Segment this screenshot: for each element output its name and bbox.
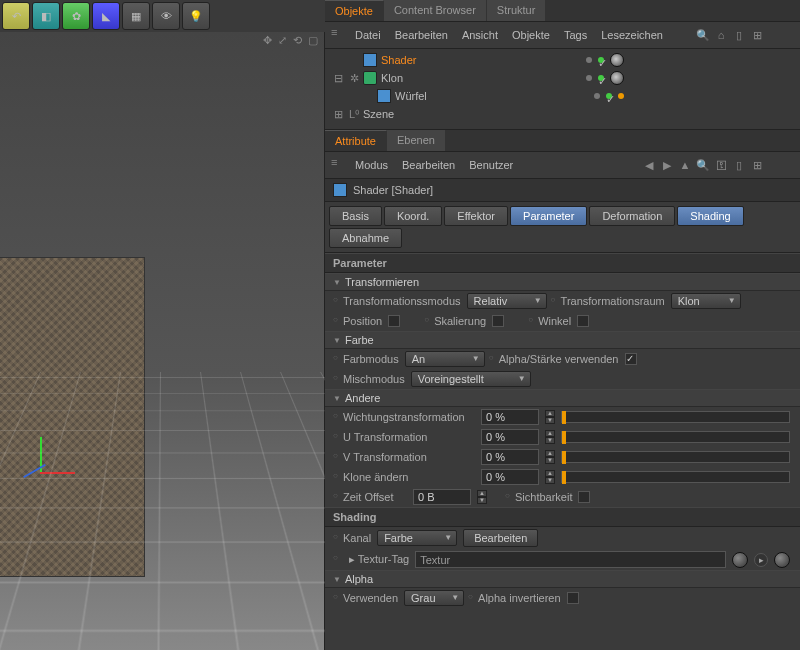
v-transform-input[interactable] [481, 449, 539, 465]
viewport-dolly-icon[interactable]: ⤢ [278, 34, 290, 46]
subheader-other[interactable]: Andere [325, 389, 800, 407]
ptab-koord[interactable]: Koord. [384, 206, 442, 226]
transform-mode-dropdown[interactable]: Relativ [467, 293, 547, 309]
objects-home-icon[interactable]: ⌂ [714, 28, 728, 42]
tab-structure[interactable]: Struktur [487, 0, 547, 21]
enable-dot[interactable]: ✓ [606, 93, 612, 99]
tab-layers[interactable]: Ebenen [387, 130, 446, 151]
texture-tag-input[interactable] [415, 551, 726, 568]
visibility-checkbox[interactable] [578, 491, 590, 503]
tab-attribute[interactable]: Attribute [325, 130, 387, 151]
v-spinner[interactable]: ▲▼ [545, 450, 555, 464]
ptab-basis[interactable]: Basis [329, 206, 382, 226]
cube-poly-tool-button[interactable]: ◧ [32, 2, 60, 30]
texture-menu-button[interactable] [774, 552, 790, 568]
tree-label[interactable]: Klon [381, 72, 403, 84]
transform-space-dropdown[interactable]: Klon [671, 293, 741, 309]
ptab-parameter[interactable]: Parameter [510, 206, 587, 226]
enable-dot[interactable]: ✓ [598, 57, 604, 63]
attr-fwd-icon[interactable]: ▶ [660, 158, 674, 172]
tab-content-browser[interactable]: Content Browser [384, 0, 487, 21]
material-tag[interactable] [610, 53, 624, 67]
attr-expand-icon[interactable]: ⊞ [750, 158, 764, 172]
deformer-tool-button[interactable]: ✿ [62, 2, 90, 30]
attribute-menu-mode[interactable]: Modus [355, 159, 388, 171]
viewport-orbit-icon[interactable]: ⟲ [293, 34, 305, 46]
wedge-tool-button[interactable]: ◣ [92, 2, 120, 30]
tree-row-klon[interactable]: ⊟ ✲ Klon ✓ [331, 69, 794, 87]
tree-label[interactable]: Shader [381, 54, 416, 66]
undo-tool-button[interactable]: ↶ [2, 2, 30, 30]
tree-row-wuerfel[interactable]: Würfel ✓ [331, 87, 794, 105]
layer-dot[interactable] [586, 75, 592, 81]
binoculars-tool-button[interactable]: 👁 [152, 2, 180, 30]
material-tag[interactable] [610, 71, 624, 85]
time-offset-input[interactable] [413, 489, 471, 505]
attr-lock-icon[interactable]: ⚿ [714, 158, 728, 172]
phong-tag[interactable] [618, 93, 624, 99]
tree-sub-toggle[interactable]: ✲ [349, 72, 359, 85]
tree-label[interactable]: Szene [363, 108, 394, 120]
light-tool-button[interactable]: 💡 [182, 2, 210, 30]
clone-spinner[interactable]: ▲▼ [545, 470, 555, 484]
attribute-panel-options-icon[interactable]: ≡ [331, 156, 337, 168]
viewport-maximize-icon[interactable]: ▢ [308, 34, 320, 46]
objects-menu-tags[interactable]: Tags [564, 29, 587, 41]
ptab-abnahme[interactable]: Abnahme [329, 228, 402, 248]
clone-change-slider[interactable] [561, 471, 790, 483]
edit-shader-button[interactable]: Bearbeiten [463, 529, 538, 547]
attr-view-icon[interactable]: ▯ [732, 158, 746, 172]
time-spinner[interactable]: ▲▼ [477, 490, 487, 504]
u-transform-input[interactable] [481, 429, 539, 445]
tree-toggle[interactable]: ⊞ [331, 108, 345, 121]
alpha-invert-checkbox[interactable] [567, 592, 579, 604]
attribute-menu-edit[interactable]: Bearbeiten [402, 159, 455, 171]
objects-view-icon[interactable]: ▯ [732, 28, 746, 42]
attr-search-icon[interactable]: 🔍 [696, 158, 710, 172]
v-transform-slider[interactable] [561, 451, 790, 463]
u-transform-slider[interactable] [561, 431, 790, 443]
weight-spinner[interactable]: ▲▼ [545, 410, 555, 424]
texture-picker-button[interactable] [732, 552, 748, 568]
weight-slider[interactable] [561, 411, 790, 423]
ptab-deformation[interactable]: Deformation [589, 206, 675, 226]
enable-dot[interactable]: ✓ [598, 75, 604, 81]
layer-dot[interactable] [586, 57, 592, 63]
objects-menu-edit[interactable]: Bearbeiten [395, 29, 448, 41]
alpha-use-checkbox[interactable] [625, 353, 637, 365]
weight-input[interactable] [481, 409, 539, 425]
objects-menu-objects[interactable]: Objekte [512, 29, 550, 41]
subheader-transform[interactable]: Transformieren [325, 273, 800, 291]
viewport-pan-icon[interactable]: ✥ [263, 34, 275, 46]
attr-back-icon[interactable]: ◀ [642, 158, 656, 172]
ptab-effektor[interactable]: Effektor [444, 206, 508, 226]
clone-change-input[interactable] [481, 469, 539, 485]
subheader-color[interactable]: Farbe [325, 331, 800, 349]
objects-menu-file[interactable]: Datei [355, 29, 381, 41]
floor-grid-tool-button[interactable]: ▦ [122, 2, 150, 30]
attr-up-icon[interactable]: ▲ [678, 158, 692, 172]
tree-sub-toggle[interactable]: L⁰ [349, 108, 359, 121]
tree-row-szene[interactable]: ⊞ L⁰ Szene [331, 105, 794, 123]
mixmode-dropdown[interactable]: Voreingestellt [411, 371, 531, 387]
attribute-menu-user[interactable]: Benutzer [469, 159, 513, 171]
scale-checkbox[interactable] [492, 315, 504, 327]
tab-objects[interactable]: Objekte [325, 0, 384, 21]
objects-expand-icon[interactable]: ⊞ [750, 28, 764, 42]
tree-label[interactable]: Würfel [395, 90, 427, 102]
attribute-scroll[interactable]: Parameter Transformieren Transformations… [325, 253, 800, 650]
subheader-alpha[interactable]: Alpha [325, 570, 800, 588]
viewport[interactable]: ✥ ⤢ ⟲ ▢ [0, 32, 325, 650]
channel-dropdown[interactable]: Farbe [377, 530, 457, 546]
texture-select-button[interactable]: ▸ [754, 553, 768, 567]
u-spinner[interactable]: ▲▼ [545, 430, 555, 444]
objects-menu-view[interactable]: Ansicht [462, 29, 498, 41]
ptab-shading[interactable]: Shading [677, 206, 743, 226]
colormode-dropdown[interactable]: An [405, 351, 485, 367]
angle-checkbox[interactable] [577, 315, 589, 327]
position-checkbox[interactable] [388, 315, 400, 327]
objects-panel-options-icon[interactable]: ≡ [331, 26, 337, 38]
tree-row-shader[interactable]: Shader ✓ [331, 51, 794, 69]
layer-dot[interactable] [594, 93, 600, 99]
tree-toggle[interactable]: ⊟ [331, 72, 345, 85]
